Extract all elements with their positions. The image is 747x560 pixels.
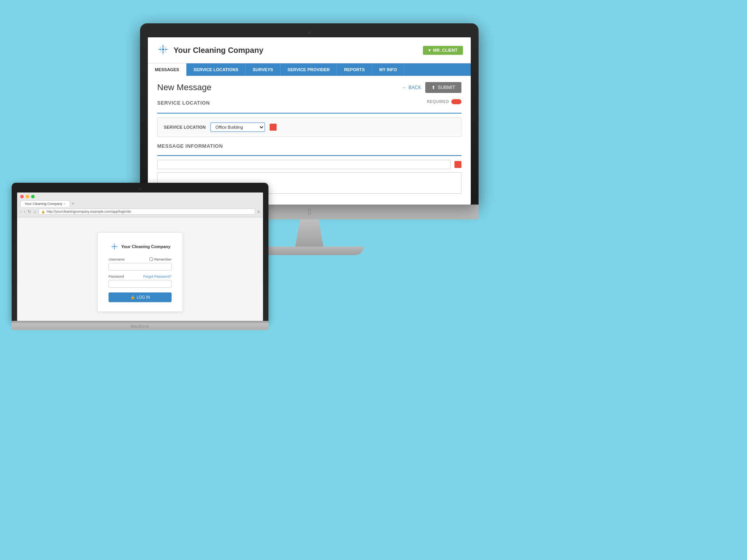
user-label: MR. CLIENT [433, 48, 458, 52]
app-logo: Your Cleaning Company [156, 42, 263, 58]
browser-tab[interactable]: Your Cleaning Company × [20, 200, 70, 207]
nav-item-messages[interactable]: MESSAGES [148, 63, 186, 76]
forward-nav-arrow[interactable]: › [24, 209, 26, 214]
service-location-select[interactable]: Office Building [210, 122, 265, 132]
required-toggle[interactable] [451, 99, 461, 104]
action-buttons: ← BACK ⬆ SUBMIT [402, 82, 461, 93]
message-info-title: MESSAGE INFORMATION [157, 143, 223, 149]
login-button[interactable]: 🔒 LOG IN [109, 292, 172, 302]
browser-minimize-button[interactable] [26, 195, 29, 198]
browser-chrome: Your Cleaning Company × + ‹ › ↻ ⌂ 🔒 http… [17, 192, 263, 217]
login-lock-icon: 🔒 [130, 295, 135, 299]
nav-item-service-locations[interactable]: SERVICE LOCATIONS [186, 63, 245, 76]
browser-tab-bar: Your Cleaning Company × + [20, 200, 260, 207]
forgot-password-link[interactable]: Forgot Password? [143, 275, 172, 278]
password-label-row: Password Forgot Password? [109, 275, 172, 278]
login-button-label: LOG IN [137, 295, 150, 299]
password-field-group: Password Forgot Password? [109, 275, 172, 288]
svg-point-0 [162, 48, 164, 51]
username-label: Username [109, 257, 125, 261]
submit-button[interactable]: ⬆ SUBMIT [425, 82, 461, 93]
login-box: Your Cleaning Company Username Remember [97, 232, 183, 312]
browser-close-button[interactable] [20, 195, 24, 198]
back-nav-arrow[interactable]: ‹ [20, 209, 22, 214]
back-link[interactable]: ← BACK [402, 85, 421, 90]
password-label: Password [109, 275, 124, 278]
username-field-group: Username Remember [109, 257, 172, 271]
imac-bezel: Your Cleaning Company ▾ MR. CLIENT MESSA… [140, 23, 479, 205]
login-logo-text: Your Cleaning Company [121, 244, 171, 249]
password-input[interactable] [109, 280, 172, 288]
apple-logo-icon:  [308, 207, 311, 217]
macbook-device: Your Cleaning Company × + ‹ › ↻ ⌂ 🔒 http… [12, 183, 268, 330]
macbook-camera [139, 188, 141, 190]
nav-item-service-provider[interactable]: SERVICE PROVIDER [281, 63, 337, 76]
upload-icon: ⬆ [431, 85, 435, 90]
imac-screen: Your Cleaning Company ▾ MR. CLIENT MESSA… [148, 37, 471, 205]
macbook-screen: Your Cleaning Company × + ‹ › ↻ ⌂ 🔒 http… [17, 192, 263, 321]
refresh-icon[interactable]: ↻ [28, 209, 31, 214]
login-page: Your Cleaning Company Username Remember [17, 217, 263, 321]
required-row: REQUIRED [427, 99, 461, 104]
service-location-box: SERVICE LOCATION Office Building [157, 117, 461, 137]
url-text: http://yourcleaningcompany.example.com/a… [47, 210, 131, 214]
nav-item-my-info[interactable]: MY INFO [372, 63, 405, 76]
service-location-field-label: SERVICE LOCATION [164, 125, 206, 130]
service-location-title: SERVICE LOCATION [157, 100, 210, 106]
page-title-row: New Message ← BACK ⬆ SUBMIT [157, 82, 461, 93]
back-arrow-icon: ← [402, 85, 407, 90]
submit-label: SUBMIT [438, 85, 455, 90]
app-logo-text: Your Cleaning Company [174, 46, 263, 55]
imac-camera [308, 31, 311, 34]
app-nav: MESSAGES SERVICE LOCATIONS SURVEYS SERVI… [148, 63, 471, 76]
logo-icon [156, 42, 170, 58]
browser-menu-icon[interactable]: ≡ [258, 209, 260, 214]
remember-checkbox[interactable] [149, 257, 153, 261]
login-logo: Your Cleaning Company [109, 242, 172, 251]
message-subject-row [157, 160, 461, 169]
service-location-remove-button[interactable] [270, 124, 277, 131]
required-label: REQUIRED [427, 100, 449, 104]
macbook-label: MacBook [12, 323, 268, 330]
message-subject-input[interactable] [157, 160, 451, 169]
service-location-section-header: SERVICE LOCATION REQUIRED [157, 99, 461, 109]
address-field[interactable]: 🔒 http://yourcleaningcompany.example.com… [39, 208, 255, 215]
macbook-bezel: Your Cleaning Company × + ‹ › ↻ ⌂ 🔒 http… [12, 183, 268, 321]
page-title: New Message [157, 82, 211, 93]
browser-maximize-button[interactable] [31, 195, 35, 198]
imac-stand-neck [286, 219, 333, 247]
nav-item-reports[interactable]: REPORTS [337, 63, 372, 76]
nav-item-surveys[interactable]: SURVEYS [245, 63, 280, 76]
username-input[interactable] [109, 263, 172, 271]
new-tab-button[interactable]: + [72, 201, 74, 206]
browser-controls [20, 195, 260, 198]
remember-label: Remember [149, 257, 172, 261]
back-label: BACK [409, 85, 421, 90]
svg-point-1 [114, 246, 115, 247]
message-subject-remove-button[interactable] [454, 161, 461, 168]
home-icon[interactable]: ⌂ [33, 209, 36, 214]
macbook-base: MacBook [12, 323, 268, 330]
browser-tab-title: Your Cleaning Company [25, 202, 62, 206]
user-badge[interactable]: ▾ MR. CLIENT [423, 46, 463, 55]
username-label-row: Username Remember [109, 257, 172, 261]
imac-stand-base [255, 247, 364, 255]
lock-icon: 🔒 [41, 210, 45, 214]
browser-tab-close-icon[interactable]: × [64, 202, 66, 206]
user-chevron-icon: ▾ [428, 48, 431, 53]
app-header: Your Cleaning Company ▾ MR. CLIENT [148, 37, 471, 63]
browser-address-bar: ‹ › ↻ ⌂ 🔒 http://yourcleaningcompany.exa… [20, 208, 260, 215]
message-info-section-header: MESSAGE INFORMATION [157, 143, 461, 151]
